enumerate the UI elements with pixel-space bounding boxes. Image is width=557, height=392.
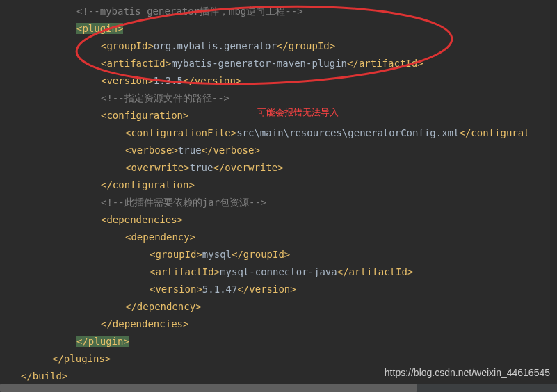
artifactid-close: </artifactId>: [347, 58, 423, 69]
configuration-open: <configuration>: [101, 110, 188, 121]
dependency-open: <dependency>: [125, 231, 195, 243]
dep-groupid-open: <groupId>: [150, 249, 202, 260]
dependency-close: </dependency>: [125, 301, 202, 312]
scrollbar-thumb[interactable]: [0, 384, 417, 392]
error-annotation: 可能会报错无法导入: [257, 106, 339, 119]
build-close: </build>: [21, 370, 67, 382]
overwrite-close: </overwrite>: [213, 162, 283, 173]
plugin-close-tag: </plugin>: [76, 336, 129, 347]
watermark-text: https://blog.csdn.net/weixin_44616545: [385, 367, 550, 378]
artifactid-open: <artifactId>: [101, 58, 171, 69]
groupid-open: <groupId>: [101, 40, 154, 51]
xml-comment: <!--mybatis generator插件，mbg逆向工程-->: [76, 6, 303, 17]
overwrite-open: <overwrite>: [125, 162, 190, 173]
version-close: </version>: [183, 75, 241, 86]
version-open: <version>: [101, 75, 154, 86]
xml-comment: <!--指定资源文件的路径-->: [101, 92, 229, 104]
dep-artifactid-close: </artifactId>: [337, 266, 414, 277]
groupid-text: org.mybatis.generator: [154, 40, 277, 51]
code-editor[interactable]: <!--mybatis generator插件，mbg逆向工程--> <plug…: [0, 0, 557, 388]
dep-artifactid-text: mysql-connector-java: [220, 266, 337, 277]
xml-comment: <!--此插件需要依赖的jar包资源-->: [101, 197, 266, 208]
artifactid-text: mybatis-generator-maven-plugin: [171, 58, 347, 69]
dep-version-close: </version>: [237, 284, 296, 295]
configfile-close: </configurat: [459, 127, 529, 138]
horizontal-scrollbar[interactable]: [0, 384, 557, 392]
dep-groupid-text: mysql: [202, 249, 232, 260]
dep-artifactid-open: <artifactId>: [150, 266, 220, 277]
dep-groupid-close: </groupId>: [232, 249, 290, 260]
plugin-open-tag: <plugin>: [76, 23, 123, 34]
version-text: 1.3.5: [154, 75, 183, 86]
dependencies-open: <dependencies>: [101, 214, 183, 225]
plugins-close: </plugins>: [52, 353, 111, 364]
verbose-text: true: [178, 145, 202, 156]
groupid-close: </groupId>: [277, 40, 335, 51]
verbose-close: </verbose>: [202, 145, 260, 156]
verbose-open: <verbose>: [125, 145, 178, 156]
dep-version-text: 5.1.47: [202, 284, 238, 295]
configfile-open: <configurationFile>: [125, 127, 236, 138]
dependencies-close: </dependencies>: [101, 318, 188, 329]
dep-version-open: <version>: [150, 284, 202, 295]
overwrite-text: true: [190, 162, 213, 173]
configuration-close: </configuration>: [101, 179, 195, 190]
configfile-text: src\main\resources\generatorConfig.xml: [236, 127, 459, 138]
